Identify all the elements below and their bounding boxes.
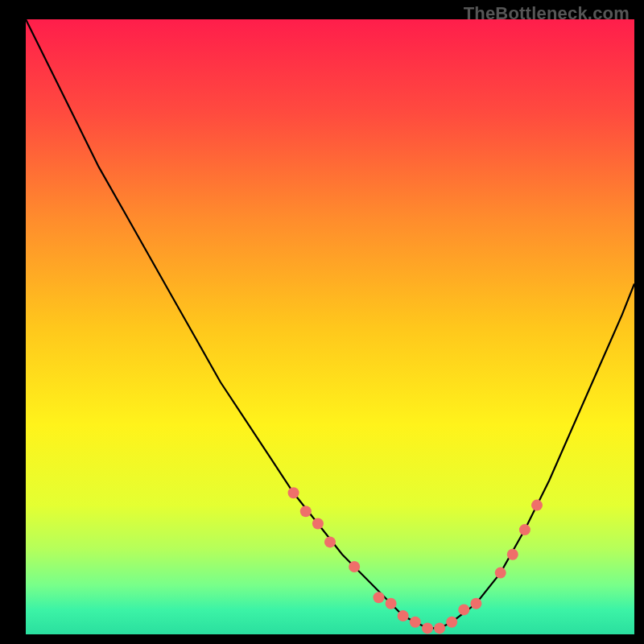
marker-point <box>446 617 457 628</box>
marker-point <box>531 500 543 511</box>
marker-point <box>410 617 421 628</box>
marker-point <box>288 487 299 498</box>
marker-point <box>495 568 506 579</box>
marker-point <box>458 604 469 615</box>
marker-point <box>470 598 481 609</box>
marker-point <box>507 549 518 560</box>
marker-point <box>519 524 530 535</box>
marker-point <box>349 561 360 572</box>
marker-point <box>312 518 324 530</box>
chart-svg <box>0 0 644 644</box>
chart-container: TheBottleneck.com <box>0 0 644 644</box>
marker-point <box>324 536 336 547</box>
marker-point <box>300 506 312 517</box>
marker-point <box>398 610 409 621</box>
marker-point <box>374 592 385 603</box>
marker-point <box>422 622 433 634</box>
watermark-text: TheBottleneck.com <box>464 3 630 24</box>
marker-point <box>386 598 397 609</box>
marker-point <box>434 622 445 634</box>
